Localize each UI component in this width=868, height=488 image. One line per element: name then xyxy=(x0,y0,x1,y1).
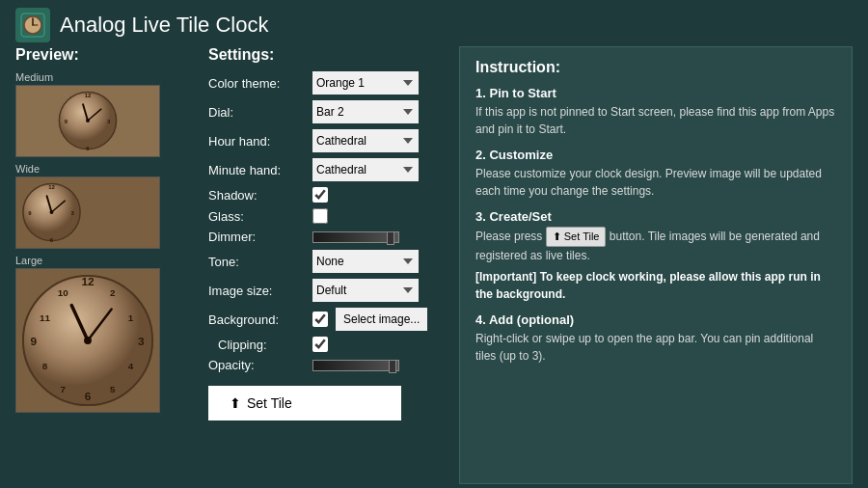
step-3-title: 3. Create/Set xyxy=(475,209,836,224)
svg-text:5: 5 xyxy=(110,384,116,394)
shadow-row: Shadow: xyxy=(208,187,440,203)
color-theme-label: Color theme: xyxy=(208,76,305,91)
svg-point-13 xyxy=(86,119,90,122)
app-icon xyxy=(15,8,50,42)
background-label: Background: xyxy=(208,312,305,327)
dimmer-row: Dimmer: xyxy=(208,230,440,244)
svg-point-39 xyxy=(84,337,92,344)
step-1-body: If this app is not pinned to Start scree… xyxy=(475,103,836,138)
preview-medium-image: 12 3 6 9 xyxy=(15,85,160,157)
svg-text:4: 4 xyxy=(128,361,134,371)
clipping-checkbox[interactable] xyxy=(312,337,328,352)
settings-title: Settings: xyxy=(208,46,440,64)
dimmer-slider-thumb[interactable] xyxy=(387,231,394,245)
instruction-step-1: 1. Pin to Start If this app is not pinne… xyxy=(475,86,836,138)
instruction-section: Instruction: 1. Pin to Start If this app… xyxy=(459,46,853,484)
tone-label: Tone: xyxy=(208,255,305,269)
dimmer-slider-track xyxy=(312,231,399,243)
app-header: Analog Live Tile Clock xyxy=(0,0,868,46)
shadow-label: Shadow: xyxy=(208,188,305,203)
instruction-step-2: 2. Customize Please customize your clock… xyxy=(475,148,836,200)
svg-text:11: 11 xyxy=(40,312,50,323)
preview-wide-image: 12 3 6 9 xyxy=(15,176,160,249)
svg-text:12: 12 xyxy=(48,184,55,190)
set-tile-label: Set Tile xyxy=(247,395,292,411)
settings-section: Settings: Color theme: Orange 1 Orange 2… xyxy=(208,46,440,484)
preview-wide-item: Wide 12 3 6 9 xyxy=(15,163,189,249)
minute-hand-row: Minute hand: Cathedral Standard Classic xyxy=(208,158,440,181)
image-size-row: Image size: Defult Small Medium Large xyxy=(208,279,440,302)
step-1-title: 1. Pin to Start xyxy=(475,86,836,100)
dial-label: Dial: xyxy=(208,105,305,120)
glass-label: Glass: xyxy=(208,209,305,224)
image-size-label: Image size: xyxy=(208,284,305,298)
step-3-important: [Important] To keep clock working, pleas… xyxy=(475,268,836,303)
svg-text:10: 10 xyxy=(58,287,68,298)
background-row: Background: Select image... xyxy=(208,308,440,331)
main-content: Preview: Medium 12 3 6 9 xyxy=(0,46,868,484)
clipping-label: Clipping: xyxy=(208,338,305,352)
svg-text:9: 9 xyxy=(30,335,37,348)
svg-text:3: 3 xyxy=(138,335,145,348)
select-image-button[interactable]: Select image... xyxy=(336,308,427,331)
step-4-body: Right-click or swipe up to open the app … xyxy=(475,330,836,365)
preview-large-item: Large 12 3 6 9 10 2 4 8 5 7 1 11 xyxy=(15,255,189,413)
hour-hand-row: Hour hand: Cathedral Standard Classic xyxy=(208,129,440,152)
set-tile-icon: ⬆ xyxy=(230,395,241,411)
minute-hand-select[interactable]: Cathedral Standard Classic xyxy=(312,158,419,181)
svg-text:12: 12 xyxy=(85,93,92,98)
step-4-title: 4. Add (optional) xyxy=(475,312,836,327)
tone-select[interactable]: None Sepia Gray xyxy=(312,250,419,273)
shadow-checkbox[interactable] xyxy=(312,187,328,203)
step-2-title: 2. Customize xyxy=(475,148,836,162)
opacity-slider-track xyxy=(312,360,399,371)
glass-row: Glass: xyxy=(208,208,440,224)
set-tile-button[interactable]: ⬆ Set Tile xyxy=(208,386,401,420)
background-checkbox[interactable] xyxy=(312,312,328,327)
preview-section: Preview: Medium 12 3 6 9 xyxy=(15,46,189,484)
app-title: Analog Live Tile Clock xyxy=(60,13,268,38)
svg-text:2: 2 xyxy=(110,287,116,298)
svg-text:1: 1 xyxy=(128,312,134,323)
hour-hand-select[interactable]: Cathedral Standard Classic xyxy=(312,129,419,152)
instruction-step-3: 3. Create/Set Please press ⬆ Set Tile bu… xyxy=(475,209,836,303)
instruction-step-4: 4. Add (optional) Right-click or swipe u… xyxy=(475,312,836,365)
preview-medium-label: Medium xyxy=(15,71,189,83)
svg-text:7: 7 xyxy=(61,384,67,394)
svg-text:6: 6 xyxy=(85,390,92,403)
preview-medium-item: Medium 12 3 6 9 xyxy=(15,71,189,157)
preview-large-image: 12 3 6 9 10 2 4 8 5 7 1 11 xyxy=(15,268,160,413)
step-3-body: Please press ⬆ Set Tile button. Tile ima… xyxy=(475,227,836,264)
hour-hand-label: Hour hand: xyxy=(208,134,305,149)
svg-text:12: 12 xyxy=(81,275,95,288)
dimmer-label: Dimmer: xyxy=(208,230,305,244)
preview-title: Preview: xyxy=(15,46,189,64)
glass-checkbox[interactable] xyxy=(312,208,328,224)
set-tile-inline-btn: ⬆ Set Tile xyxy=(546,227,607,247)
clipping-row: Clipping: xyxy=(208,337,440,352)
step-2-body: Please customize your clock design. Prev… xyxy=(475,165,836,200)
opacity-row: Opacity: xyxy=(208,358,440,372)
minute-hand-label: Minute hand: xyxy=(208,163,305,177)
color-theme-select[interactable]: Orange 1 Orange 2 Blue 1 Blue 2 xyxy=(312,71,419,95)
set-tile-inline-icon: ⬆ xyxy=(553,230,561,242)
tone-row: Tone: None Sepia Gray xyxy=(208,250,440,273)
opacity-label: Opacity: xyxy=(208,358,305,372)
image-size-select[interactable]: Defult Small Medium Large xyxy=(312,279,419,302)
dial-select[interactable]: Bar 1 Bar 2 Cathedral xyxy=(312,100,419,123)
color-theme-row: Color theme: Orange 1 Orange 2 Blue 1 Bl… xyxy=(208,71,440,95)
svg-text:8: 8 xyxy=(42,361,48,371)
preview-large-label: Large xyxy=(15,255,189,266)
preview-wide-label: Wide xyxy=(15,163,189,175)
instruction-title: Instruction: xyxy=(475,59,836,76)
svg-point-22 xyxy=(50,210,54,214)
opacity-slider-thumb[interactable] xyxy=(389,360,396,373)
dial-row: Dial: Bar 1 Bar 2 Cathedral xyxy=(208,100,440,123)
